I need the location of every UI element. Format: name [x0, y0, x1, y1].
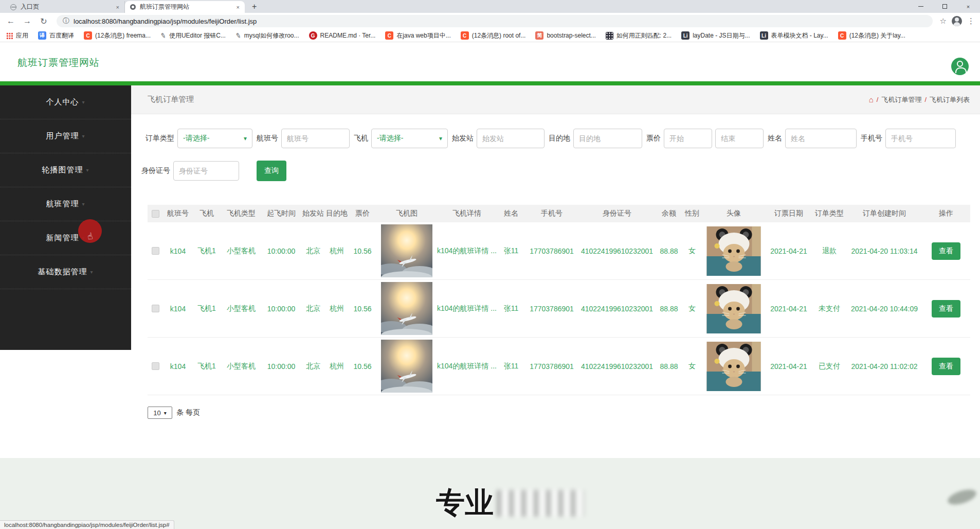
forward-icon[interactable]: →	[22, 16, 33, 26]
minimize-icon	[918, 6, 923, 7]
table-row: k104 飞机1 小型客机 10:00:00 北京 杭州 10.56 k104的…	[148, 338, 970, 395]
new-tab-button[interactable]: +	[252, 2, 257, 11]
csdn-icon: C	[385, 31, 393, 40]
row-checkbox[interactable]	[152, 305, 159, 312]
translate-icon: 译	[38, 31, 46, 40]
filter-row-1: 订单类型 -请选择- ▾ 航班号 飞机 -请选择- ▾ 始发站 目的地 票价 姓…	[141, 129, 980, 148]
order-type-label: 订单类型	[146, 134, 174, 143]
bookmarks-bar: 应用 译百度翻译 C(12条消息) freema... ✎使用UEditor 报…	[0, 29, 980, 42]
chevron-down-icon: ▾	[86, 167, 89, 173]
plane-select[interactable]: -请选择- ▾	[371, 129, 448, 148]
page-title: 飞机订单管理	[148, 95, 194, 104]
site-favicon-icon	[130, 4, 136, 10]
row-checkbox[interactable]	[152, 247, 159, 255]
close-window-button[interactable]: ×	[956, 0, 980, 13]
filter-row-2: 身份证号 查询	[141, 161, 980, 181]
price-start-input[interactable]	[664, 129, 712, 148]
back-icon[interactable]: ←	[5, 16, 16, 26]
bookmark-item[interactable]: C(12条消息) freema...	[84, 31, 151, 40]
destination-input[interactable]	[573, 129, 642, 148]
chevron-down-icon: ▾	[244, 135, 247, 142]
plane-image	[377, 282, 437, 335]
id-card-input[interactable]	[173, 161, 239, 181]
avatar-image	[702, 284, 766, 333]
site-header: 航班订票管理网站	[0, 42, 980, 81]
phone-input[interactable]	[885, 129, 956, 148]
chevron-down-icon: ▾	[82, 201, 85, 207]
sidebar-item-flight-management[interactable]: 航班管理▾	[0, 187, 131, 221]
tab-close-icon[interactable]: ×	[237, 4, 240, 10]
breadcrumb-order-list[interactable]: 飞机订单列表	[930, 95, 970, 104]
id-card-label: 身份证号	[141, 166, 170, 175]
window-controls: ×	[909, 0, 980, 13]
avatar-image	[702, 342, 766, 391]
bookmark-item[interactable]: 如何用正则匹配: 2...	[606, 31, 672, 40]
tab-close-icon[interactable]: ×	[116, 4, 119, 10]
watermark-blur	[497, 490, 584, 517]
bookmark-item[interactable]: C(12条消息) root of...	[461, 31, 526, 40]
bookmark-item[interactable]: 译百度翻译	[38, 31, 74, 40]
filter-form: 订单类型 -请选择- ▾ 航班号 飞机 -请选择- ▾ 始发站 目的地 票价 姓…	[131, 114, 980, 181]
bookmark-item[interactable]: LilayDate - JS日期与...	[681, 31, 750, 40]
sidebar-item-basic-data-management[interactable]: 基础数据管理▾	[0, 255, 131, 289]
layui-icon: Li	[760, 31, 768, 40]
tab-flight-booking-site[interactable]: 航班订票管理网站 ×	[125, 1, 245, 13]
view-button[interactable]: 查看	[932, 300, 960, 318]
view-button[interactable]: 查看	[932, 242, 960, 260]
flight-detail-link[interactable]: k104的航班详情 ...	[437, 246, 497, 256]
flight-detail-link[interactable]: k104的航班详情 ...	[437, 362, 497, 371]
plane-image	[377, 340, 437, 393]
plane-image	[377, 224, 437, 277]
page-size-select[interactable]: 10 ▾	[148, 407, 172, 419]
table-row: k104 飞机1 小型客机 10:00:00 北京 杭州 10.56 k104的…	[148, 222, 970, 280]
orders-table: 航班号 飞机 飞机类型 起飞时间 始发站 目的地 票价 飞机图 飞机详情 姓名 …	[148, 205, 970, 395]
info-icon[interactable]: ⓘ	[63, 16, 69, 26]
page-footer: 专业	[0, 458, 980, 529]
bookmark-item[interactable]: ✎使用UEditor 报错C...	[160, 31, 226, 40]
user-avatar-button[interactable]	[951, 58, 969, 75]
minimize-button[interactable]	[909, 0, 933, 13]
pagination: 10 ▾ 条 每页	[148, 407, 980, 419]
refresh-icon[interactable]: ↻	[38, 16, 49, 26]
csdn-icon: C	[461, 31, 469, 40]
chevron-down-icon: ▾	[82, 99, 85, 105]
csdn-icon: C	[838, 31, 846, 40]
bookmark-item[interactable]: 简bootstrap-select...	[535, 31, 595, 40]
bookmark-item[interactable]: C(12条消息) 关于lay...	[838, 31, 905, 40]
tab-entry-page[interactable]: 入口页 ×	[5, 1, 125, 13]
order-type-select[interactable]: -请选择- ▾	[177, 129, 252, 148]
bookmark-item[interactable]: ✎mysql如何修改roo...	[235, 31, 299, 40]
tab-title: 入口页	[21, 3, 112, 11]
price-end-input[interactable]	[715, 129, 764, 148]
flight-no-input[interactable]	[281, 129, 350, 148]
bookmark-item[interactable]: GREADME.md · Ter...	[309, 31, 376, 40]
name-label: 姓名	[768, 134, 782, 143]
bookmark-apps[interactable]: 应用	[6, 31, 28, 40]
select-all-checkbox[interactable]	[152, 210, 159, 218]
search-button[interactable]: 查询	[257, 161, 286, 181]
flight-no-label: 航班号	[257, 134, 278, 143]
sidebar-nav: 个人中心▾ 用户管理▾ 轮播图管理▾ 航班管理▾ 新闻管理▾ 基础数据管理▾ ☝	[0, 85, 131, 350]
globe-icon	[10, 4, 16, 10]
view-button[interactable]: 查看	[932, 358, 960, 375]
flight-detail-link[interactable]: k104的航班详情 ...	[437, 304, 497, 313]
sidebar-item-carousel-management[interactable]: 轮播图管理▾	[0, 153, 131, 187]
bookmark-star-icon[interactable]: ☆	[940, 16, 947, 26]
kebab-menu-icon[interactable]: ⋮	[967, 16, 975, 26]
hand-pen-icon: ✎	[235, 31, 242, 40]
page-title-bar: 飞机订单管理 ⌂ / 飞机订单管理 / 飞机订单列表	[131, 85, 980, 114]
name-input[interactable]	[785, 129, 857, 148]
bookmark-item[interactable]: C在java web项目中...	[385, 31, 450, 40]
row-checkbox[interactable]	[152, 362, 159, 370]
breadcrumb-order-management[interactable]: 飞机订单管理	[881, 95, 921, 104]
address-bar[interactable]: ⓘ localhost:8080/hangbandingpiao/jsp/mod…	[57, 15, 933, 27]
home-icon[interactable]: ⌂	[869, 95, 874, 104]
sidebar-item-personal-center[interactable]: 个人中心▾	[0, 85, 131, 119]
sidebar-item-user-management[interactable]: 用户管理▾	[0, 119, 131, 153]
maximize-button[interactable]	[933, 0, 956, 13]
sidebar-item-news-management[interactable]: 新闻管理▾	[0, 221, 131, 255]
profile-avatar-icon[interactable]	[952, 16, 962, 26]
origin-input[interactable]	[477, 129, 545, 148]
paw-icon	[606, 32, 613, 40]
bookmark-item[interactable]: Li表单模块文档 - Lay...	[760, 31, 828, 40]
